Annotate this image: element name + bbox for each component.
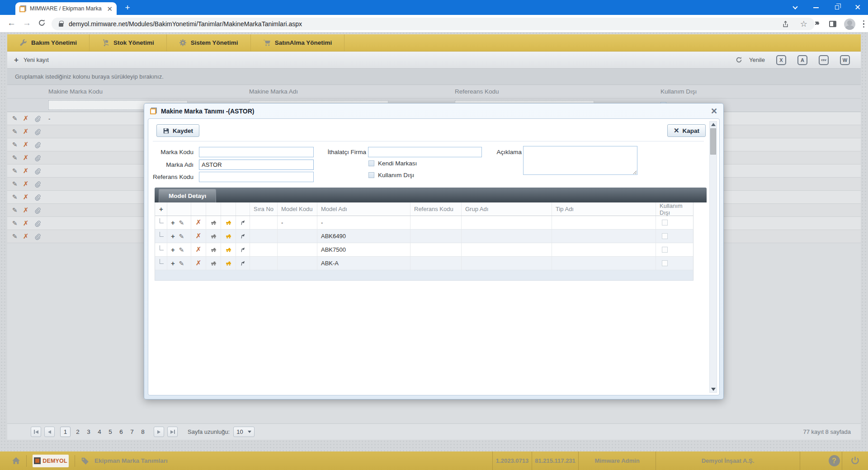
- add-child-icon[interactable]: +: [171, 246, 175, 253]
- delete-x-icon[interactable]: ✗: [196, 233, 202, 240]
- add-child-icon[interactable]: +: [171, 219, 175, 226]
- scroll-up-icon[interactable]: [711, 123, 716, 126]
- model-row[interactable]: +✎ ✗ ABK-A: [155, 257, 693, 270]
- edit-pencil-icon[interactable]: ✎: [12, 181, 18, 187]
- attachment-paperclip-icon[interactable]: [34, 220, 41, 227]
- equipment-gray-icon[interactable]: [211, 247, 217, 253]
- refresh-label[interactable]: Yenile: [749, 56, 765, 63]
- group-panel[interactable]: Gruplamak istediğiniz kolonu buraya sürü…: [7, 69, 861, 85]
- header-makine-marka-adi[interactable]: Makine Marka Adı: [246, 88, 452, 95]
- page-size-select[interactable]: 10: [233, 427, 255, 437]
- export-word-icon[interactable]: W: [840, 55, 850, 65]
- delete-x-icon[interactable]: ✗: [196, 219, 202, 226]
- dialog-close-icon[interactable]: ✕: [711, 107, 717, 115]
- scrollbar-thumb[interactable]: [710, 128, 716, 155]
- delete-x-icon[interactable]: ✗: [23, 141, 29, 148]
- dispatch-flag-icon[interactable]: [240, 233, 246, 239]
- header-makine-marka-kodu[interactable]: Makine Marka Kodu: [45, 88, 246, 95]
- url-bar[interactable]: demyol.mimware.net/Modules/BakimYonetimi…: [52, 18, 815, 30]
- page-number[interactable]: 3: [85, 428, 92, 435]
- header-tip-adi[interactable]: Tip Adı: [552, 202, 656, 216]
- header-kullanim-disi[interactable]: Kullanım Dışı: [657, 88, 861, 95]
- bookmark-star-icon[interactable]: ☆: [800, 19, 807, 29]
- help-button[interactable]: ?: [826, 451, 842, 470]
- edit-pencil-icon[interactable]: ✎: [179, 220, 184, 226]
- marka-adi-input[interactable]: [199, 160, 314, 170]
- row-kullanim-disi-checkbox[interactable]: [662, 260, 668, 266]
- header-kullanim-disi[interactable]: Kullanım Dışı: [656, 202, 694, 216]
- edit-pencil-icon[interactable]: ✎: [12, 194, 18, 200]
- dialog-scrollbar[interactable]: [709, 121, 717, 393]
- tab-model-detayi[interactable]: Model Detayı: [159, 189, 216, 202]
- equipment-yellow-icon[interactable]: [226, 220, 231, 226]
- page-number[interactable]: 8: [140, 428, 146, 435]
- attachment-paperclip-icon[interactable]: [34, 141, 41, 148]
- dispatch-flag-icon[interactable]: [240, 220, 246, 226]
- delete-x-icon[interactable]: ✗: [23, 115, 29, 122]
- back-button[interactable]: ←: [7, 18, 16, 28]
- browser-tab[interactable]: MIMWARE / Ekipman Marka Tanı ✕: [15, 2, 117, 15]
- last-page-button[interactable]: [167, 427, 178, 437]
- delete-x-icon[interactable]: ✗: [196, 246, 202, 253]
- edit-pencil-icon[interactable]: ✎: [12, 141, 18, 148]
- close-dialog-button[interactable]: ✕ Kapat: [667, 124, 706, 137]
- home-icon[interactable]: [12, 456, 20, 465]
- menu-stok-yonetimi[interactable]: Stok Yönetimi: [90, 34, 167, 51]
- logout-button[interactable]: [842, 451, 868, 470]
- equipment-yellow-icon[interactable]: [226, 260, 231, 266]
- add-model-icon[interactable]: +: [159, 206, 163, 212]
- new-record-button[interactable]: + Yeni kayıt: [14, 56, 49, 64]
- delete-x-icon[interactable]: ✗: [23, 233, 29, 240]
- delete-x-icon[interactable]: ✗: [23, 181, 29, 188]
- attachment-paperclip-icon[interactable]: [34, 194, 41, 201]
- attachment-paperclip-icon[interactable]: [34, 207, 41, 214]
- delete-x-icon[interactable]: ✗: [23, 155, 29, 161]
- menu-sistem-yonetimi[interactable]: Sistem Yönetimi: [167, 34, 251, 51]
- refresh-icon[interactable]: [736, 56, 742, 63]
- share-icon[interactable]: [782, 20, 789, 28]
- reload-button[interactable]: [38, 19, 46, 29]
- export-csv-icon[interactable]: csv: [819, 55, 829, 65]
- edit-pencil-icon[interactable]: ✎: [179, 247, 184, 253]
- add-child-icon[interactable]: +: [171, 260, 175, 267]
- browser-menu-icon[interactable]: [863, 20, 865, 28]
- equipment-gray-icon[interactable]: [211, 233, 217, 239]
- edit-pencil-icon[interactable]: ✎: [12, 115, 18, 122]
- attachment-paperclip-icon[interactable]: [34, 181, 41, 188]
- edit-pencil-icon[interactable]: ✎: [179, 233, 184, 240]
- extensions-puzzle-icon[interactable]: [814, 20, 821, 28]
- attachment-paperclip-icon[interactable]: [34, 168, 41, 174]
- ithalatci-firma-input[interactable]: [368, 147, 482, 157]
- equipment-yellow-icon[interactable]: [226, 233, 231, 239]
- model-row[interactable]: +✎ ✗ - -: [155, 216, 693, 230]
- dialog-titlebar[interactable]: Makine Marka Tanımı -(ASTOR) ✕: [144, 103, 723, 118]
- header-referans-kodu[interactable]: Referans Kodu: [410, 202, 462, 216]
- dispatch-flag-icon[interactable]: [240, 247, 246, 253]
- delete-x-icon[interactable]: ✗: [23, 168, 29, 174]
- forward-button[interactable]: →: [23, 18, 31, 28]
- edit-pencil-icon[interactable]: ✎: [12, 220, 18, 226]
- header-model-kodu[interactable]: Model Kodu: [278, 202, 317, 216]
- minimize-button[interactable]: [806, 0, 826, 15]
- delete-x-icon[interactable]: ✗: [23, 128, 29, 135]
- delete-x-icon[interactable]: ✗: [23, 194, 29, 201]
- header-sira-no[interactable]: Sıra No: [250, 202, 278, 216]
- page-number[interactable]: 5: [107, 428, 113, 435]
- edit-pencil-icon[interactable]: ✎: [12, 128, 18, 135]
- aciklama-textarea[interactable]: [523, 146, 637, 175]
- edit-pencil-icon[interactable]: ✎: [12, 155, 18, 161]
- edit-pencil-icon[interactable]: ✎: [12, 207, 18, 213]
- side-panel-icon[interactable]: [829, 21, 836, 27]
- marka-kodu-input[interactable]: [199, 147, 314, 157]
- equipment-yellow-icon[interactable]: [226, 247, 231, 253]
- delete-x-icon[interactable]: ✗: [23, 207, 29, 214]
- attachment-paperclip-icon[interactable]: [34, 128, 41, 135]
- profile-avatar[interactable]: [844, 19, 855, 30]
- delete-x-icon[interactable]: ✗: [23, 220, 29, 227]
- export-excel-icon[interactable]: X: [776, 55, 786, 65]
- page-number-current[interactable]: 1: [60, 427, 71, 437]
- tab-search-button[interactable]: [785, 0, 806, 15]
- edit-pencil-icon[interactable]: ✎: [179, 260, 184, 267]
- kullanim-disi-checkbox[interactable]: [368, 172, 374, 178]
- dispatch-flag-icon[interactable]: [240, 260, 246, 266]
